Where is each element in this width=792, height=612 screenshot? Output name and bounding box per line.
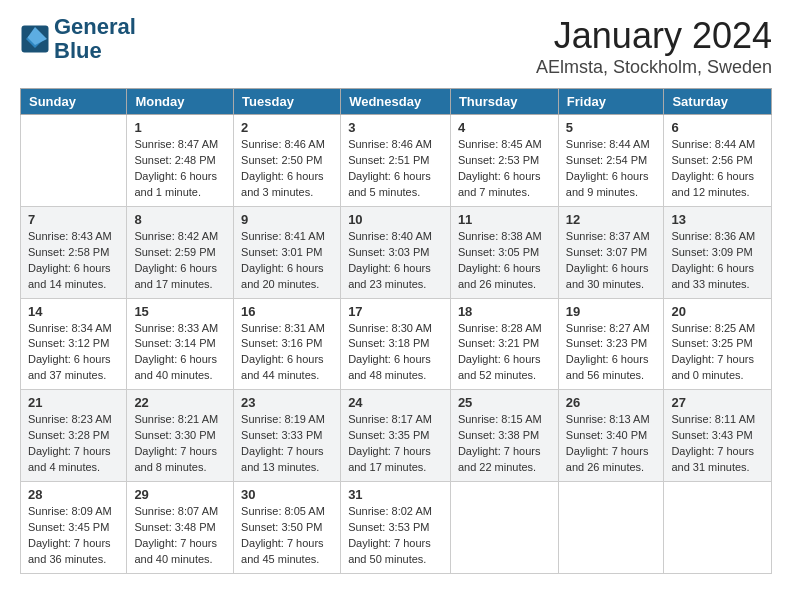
calendar-cell [21,115,127,207]
logo-line1: General [54,15,136,39]
day-info: Sunrise: 8:46 AM Sunset: 2:50 PM Dayligh… [241,137,333,201]
calendar-cell: 13Sunrise: 8:36 AM Sunset: 3:09 PM Dayli… [664,206,772,298]
day-info: Sunrise: 8:21 AM Sunset: 3:30 PM Dayligh… [134,412,226,476]
day-info: Sunrise: 8:47 AM Sunset: 2:48 PM Dayligh… [134,137,226,201]
day-number: 2 [241,120,333,135]
header: General Blue January 2024 AElmsta, Stock… [20,15,772,78]
day-info: Sunrise: 8:11 AM Sunset: 3:43 PM Dayligh… [671,412,764,476]
day-info: Sunrise: 8:05 AM Sunset: 3:50 PM Dayligh… [241,504,333,568]
day-info: Sunrise: 8:44 AM Sunset: 2:56 PM Dayligh… [671,137,764,201]
day-number: 4 [458,120,551,135]
page: General Blue January 2024 AElmsta, Stock… [0,0,792,612]
calendar-cell: 6Sunrise: 8:44 AM Sunset: 2:56 PM Daylig… [664,115,772,207]
day-info: Sunrise: 8:25 AM Sunset: 3:25 PM Dayligh… [671,321,764,385]
day-number: 3 [348,120,443,135]
day-number: 19 [566,304,657,319]
day-number: 13 [671,212,764,227]
day-number: 16 [241,304,333,319]
calendar-cell: 4Sunrise: 8:45 AM Sunset: 2:53 PM Daylig… [450,115,558,207]
main-title: January 2024 [536,15,772,57]
logo-line2: Blue [54,39,136,63]
calendar-cell: 19Sunrise: 8:27 AM Sunset: 3:23 PM Dayli… [558,298,664,390]
day-info: Sunrise: 8:15 AM Sunset: 3:38 PM Dayligh… [458,412,551,476]
day-info: Sunrise: 8:44 AM Sunset: 2:54 PM Dayligh… [566,137,657,201]
day-number: 9 [241,212,333,227]
day-number: 20 [671,304,764,319]
day-number: 10 [348,212,443,227]
calendar-cell: 2Sunrise: 8:46 AM Sunset: 2:50 PM Daylig… [234,115,341,207]
day-info: Sunrise: 8:28 AM Sunset: 3:21 PM Dayligh… [458,321,551,385]
day-number: 22 [134,395,226,410]
calendar-cell: 11Sunrise: 8:38 AM Sunset: 3:05 PM Dayli… [450,206,558,298]
day-info: Sunrise: 8:42 AM Sunset: 2:59 PM Dayligh… [134,229,226,293]
day-number: 29 [134,487,226,502]
day-info: Sunrise: 8:38 AM Sunset: 3:05 PM Dayligh… [458,229,551,293]
day-number: 6 [671,120,764,135]
calendar-cell: 3Sunrise: 8:46 AM Sunset: 2:51 PM Daylig… [341,115,451,207]
calendar-week-row: 1Sunrise: 8:47 AM Sunset: 2:48 PM Daylig… [21,115,772,207]
day-number: 17 [348,304,443,319]
calendar-header-row: SundayMondayTuesdayWednesdayThursdayFrid… [21,89,772,115]
day-number: 1 [134,120,226,135]
calendar-week-row: 7Sunrise: 8:43 AM Sunset: 2:58 PM Daylig… [21,206,772,298]
day-info: Sunrise: 8:33 AM Sunset: 3:14 PM Dayligh… [134,321,226,385]
calendar-cell: 12Sunrise: 8:37 AM Sunset: 3:07 PM Dayli… [558,206,664,298]
day-number: 12 [566,212,657,227]
calendar-day-header: Friday [558,89,664,115]
day-number: 27 [671,395,764,410]
day-number: 11 [458,212,551,227]
calendar-cell: 20Sunrise: 8:25 AM Sunset: 3:25 PM Dayli… [664,298,772,390]
day-info: Sunrise: 8:43 AM Sunset: 2:58 PM Dayligh… [28,229,119,293]
day-number: 30 [241,487,333,502]
calendar-week-row: 28Sunrise: 8:09 AM Sunset: 3:45 PM Dayli… [21,482,772,574]
day-info: Sunrise: 8:02 AM Sunset: 3:53 PM Dayligh… [348,504,443,568]
calendar-day-header: Tuesday [234,89,341,115]
day-number: 14 [28,304,119,319]
calendar-cell: 25Sunrise: 8:15 AM Sunset: 3:38 PM Dayli… [450,390,558,482]
day-info: Sunrise: 8:31 AM Sunset: 3:16 PM Dayligh… [241,321,333,385]
day-number: 24 [348,395,443,410]
calendar-cell: 5Sunrise: 8:44 AM Sunset: 2:54 PM Daylig… [558,115,664,207]
day-number: 15 [134,304,226,319]
logo: General Blue [20,15,136,63]
calendar-cell: 26Sunrise: 8:13 AM Sunset: 3:40 PM Dayli… [558,390,664,482]
calendar-cell: 17Sunrise: 8:30 AM Sunset: 3:18 PM Dayli… [341,298,451,390]
calendar-day-header: Monday [127,89,234,115]
calendar-cell: 24Sunrise: 8:17 AM Sunset: 3:35 PM Dayli… [341,390,451,482]
logo-icon [20,24,50,54]
day-number: 23 [241,395,333,410]
day-info: Sunrise: 8:37 AM Sunset: 3:07 PM Dayligh… [566,229,657,293]
day-number: 18 [458,304,551,319]
calendar-week-row: 14Sunrise: 8:34 AM Sunset: 3:12 PM Dayli… [21,298,772,390]
calendar-table: SundayMondayTuesdayWednesdayThursdayFrid… [20,88,772,574]
calendar-day-header: Wednesday [341,89,451,115]
day-info: Sunrise: 8:13 AM Sunset: 3:40 PM Dayligh… [566,412,657,476]
day-number: 25 [458,395,551,410]
day-number: 31 [348,487,443,502]
title-area: January 2024 AElmsta, Stockholm, Sweden [536,15,772,78]
day-info: Sunrise: 8:36 AM Sunset: 3:09 PM Dayligh… [671,229,764,293]
day-number: 8 [134,212,226,227]
day-info: Sunrise: 8:46 AM Sunset: 2:51 PM Dayligh… [348,137,443,201]
calendar-cell: 31Sunrise: 8:02 AM Sunset: 3:53 PM Dayli… [341,482,451,574]
calendar-cell: 10Sunrise: 8:40 AM Sunset: 3:03 PM Dayli… [341,206,451,298]
day-info: Sunrise: 8:45 AM Sunset: 2:53 PM Dayligh… [458,137,551,201]
day-number: 5 [566,120,657,135]
calendar-day-header: Saturday [664,89,772,115]
day-info: Sunrise: 8:07 AM Sunset: 3:48 PM Dayligh… [134,504,226,568]
calendar-cell: 14Sunrise: 8:34 AM Sunset: 3:12 PM Dayli… [21,298,127,390]
calendar-cell: 21Sunrise: 8:23 AM Sunset: 3:28 PM Dayli… [21,390,127,482]
calendar-cell [558,482,664,574]
day-info: Sunrise: 8:17 AM Sunset: 3:35 PM Dayligh… [348,412,443,476]
calendar-week-row: 21Sunrise: 8:23 AM Sunset: 3:28 PM Dayli… [21,390,772,482]
day-info: Sunrise: 8:27 AM Sunset: 3:23 PM Dayligh… [566,321,657,385]
calendar-cell: 18Sunrise: 8:28 AM Sunset: 3:21 PM Dayli… [450,298,558,390]
calendar-cell: 28Sunrise: 8:09 AM Sunset: 3:45 PM Dayli… [21,482,127,574]
calendar-cell: 15Sunrise: 8:33 AM Sunset: 3:14 PM Dayli… [127,298,234,390]
calendar-cell: 8Sunrise: 8:42 AM Sunset: 2:59 PM Daylig… [127,206,234,298]
calendar-cell: 27Sunrise: 8:11 AM Sunset: 3:43 PM Dayli… [664,390,772,482]
calendar-cell: 23Sunrise: 8:19 AM Sunset: 3:33 PM Dayli… [234,390,341,482]
day-number: 26 [566,395,657,410]
calendar-cell: 22Sunrise: 8:21 AM Sunset: 3:30 PM Dayli… [127,390,234,482]
calendar-day-header: Sunday [21,89,127,115]
